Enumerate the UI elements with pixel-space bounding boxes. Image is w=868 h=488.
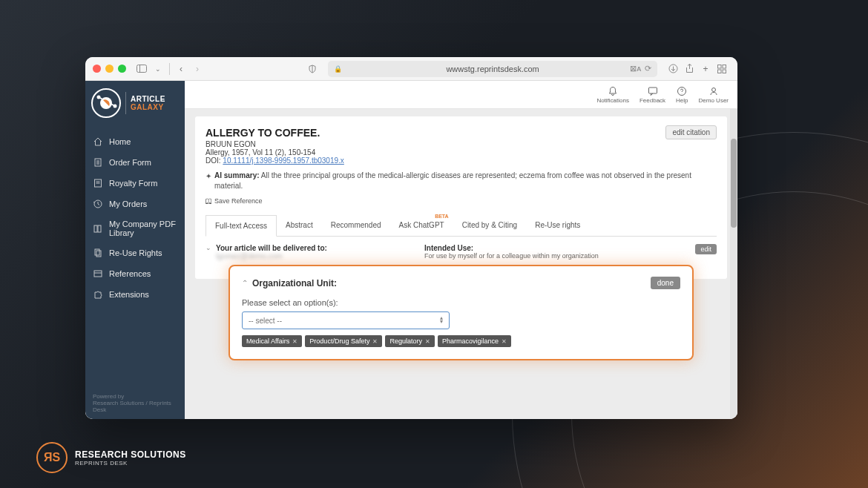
nav-list: HomeOrder FormRoyalty FormMy OrdersMy Co… <box>85 125 185 311</box>
article-card: edit citation ALLERGY TO COFFEE. BRUUN E… <box>195 116 727 279</box>
bookmark-icon: 🕮 <box>206 197 212 205</box>
doi-link[interactable]: 10.1111/j.1398-9995.1957.tb03019.x <box>223 156 343 165</box>
window-close[interactable] <box>93 65 101 73</box>
save-reference-button[interactable]: 🕮 Save Reference <box>206 197 263 205</box>
sidebar: ARTICLE GALAXY HomeOrder FormRoyalty For… <box>85 81 185 419</box>
share-icon[interactable] <box>681 61 697 77</box>
svg-point-27 <box>711 88 715 91</box>
footer-sub: REPRINTS DESK <box>75 460 186 466</box>
clock-icon <box>93 199 103 209</box>
doc-icon <box>93 178 103 188</box>
tag-regulatory: Regulatory✕ <box>385 335 435 347</box>
edit-citation-button[interactable]: edit citation <box>665 125 717 139</box>
org-prompt: Please select an option(s): <box>242 298 680 307</box>
app-logo: ARTICLE GALAXY <box>85 81 185 125</box>
tab-ask-chatgpt[interactable]: Ask ChatGPTBETA <box>390 215 453 236</box>
feedback-button[interactable]: Feedback <box>640 86 665 104</box>
ai-summary: ✦ AI summary: All the three principal gr… <box>206 171 717 191</box>
org-tags: Medical Affairs✕Product/Drug Safety✕Regu… <box>242 335 680 347</box>
window-minimize[interactable] <box>105 65 114 73</box>
download-icon[interactable] <box>665 61 681 77</box>
remove-tag-icon[interactable]: ✕ <box>372 338 378 345</box>
beta-badge: BETA <box>435 214 449 219</box>
org-select[interactable]: -- select -- ▴▾ <box>242 311 450 329</box>
tabs: Full-text AccessAbstractRecommendedAsk C… <box>206 215 717 237</box>
select-placeholder: -- select -- <box>249 317 282 325</box>
help-button[interactable]: Help <box>676 86 688 104</box>
refs-icon <box>93 268 103 279</box>
edit-delivery-button[interactable]: edit <box>695 244 717 254</box>
nav-item-my-orders[interactable]: My Orders <box>85 194 185 214</box>
window-maximize[interactable] <box>118 65 126 73</box>
svg-rect-22 <box>96 251 101 257</box>
remove-tag-icon[interactable]: ✕ <box>292 338 297 345</box>
chevron-up-icon[interactable]: ⌃ <box>242 279 248 287</box>
browser-chrome: ⌄ ‹ › 🔒 wwwstg.reprintsdesk.com ⊠ᴀ ⟳ + <box>85 57 737 81</box>
footer-brand: ЯS RESEARCH SOLUTIONS REPRINTS DESK <box>36 442 186 473</box>
nav-item-extensions[interactable]: Extensions <box>85 284 185 305</box>
article-meta: Allergy, 1957, Vol 11 (2), 150-154 <box>206 148 717 156</box>
tab-full-text-access[interactable]: Full-text Access <box>206 215 277 237</box>
svg-rect-25 <box>648 88 657 93</box>
footer-name: RESEARCH SOLUTIONS <box>75 449 186 460</box>
home-icon <box>93 136 103 147</box>
puzzle-icon <box>93 289 103 300</box>
svg-rect-6 <box>723 70 726 73</box>
tag-product-drug-safety: Product/Drug Safety✕ <box>305 335 382 347</box>
brand-sub: GALAXY <box>131 103 164 111</box>
remove-tag-icon[interactable]: ✕ <box>502 338 507 345</box>
top-bar: Notifications Feedback Help Demo User <box>185 81 737 109</box>
tag-medical-affairs: Medical Affairs✕ <box>242 335 302 347</box>
delivery-email: tgomez@demo.com <box>216 252 424 260</box>
remove-tag-icon[interactable]: ✕ <box>425 338 430 345</box>
library-icon <box>93 223 103 234</box>
nav-item-my-company-pdf-library[interactable]: My Company PDF Library <box>85 214 185 243</box>
tab-re-use-rights[interactable]: Re-Use rights <box>526 215 589 236</box>
chevron-down-icon[interactable]: ⌄ <box>206 244 211 251</box>
copy-icon <box>93 248 103 258</box>
notifications-button[interactable]: Notifications <box>596 86 629 104</box>
nav-item-references[interactable]: References <box>85 263 185 284</box>
translate-icon[interactable]: ⊠ᴀ <box>630 64 642 73</box>
tab-recommended[interactable]: Recommended <box>322 215 390 236</box>
intended-use-label: Intended Use: <box>424 244 695 252</box>
lock-icon: 🔒 <box>334 65 342 73</box>
org-title: Organizational Unit: <box>252 278 651 288</box>
select-arrows-icon: ▴▾ <box>440 317 443 324</box>
ai-icon: ✦ <box>206 171 211 191</box>
back-icon[interactable]: ‹ <box>173 61 189 77</box>
shield-icon[interactable] <box>304 61 320 77</box>
done-button[interactable]: done <box>651 277 680 289</box>
delivery-section: ⌄ Your article will be delivered to: tgo… <box>206 237 717 268</box>
sidebar-toggle-icon[interactable] <box>134 61 150 77</box>
scrollbar[interactable] <box>730 109 737 419</box>
intended-use-text: For use by myself or for a colleague wit… <box>424 252 695 261</box>
svg-rect-20 <box>98 225 101 232</box>
forward-icon[interactable]: › <box>189 61 206 77</box>
svg-rect-0 <box>137 65 147 73</box>
svg-rect-21 <box>95 249 99 255</box>
tab-abstract[interactable]: Abstract <box>277 215 322 236</box>
nav-item-re-use-rights[interactable]: Re-Use Rights <box>85 243 185 263</box>
file-icon <box>93 157 103 168</box>
reload-icon[interactable]: ⟳ <box>645 64 651 73</box>
tabs-icon[interactable] <box>714 61 730 77</box>
new-tab-icon[interactable]: + <box>697 61 714 77</box>
article-doi: DOI: 10.1111/j.1398-9995.1957.tb03019.x <box>206 156 717 165</box>
sidebar-footer: Powered by Research Solutions / Reprints… <box>85 387 185 419</box>
chevron-down-icon[interactable]: ⌄ <box>150 61 166 77</box>
traffic-lights <box>93 65 126 73</box>
nav-item-home[interactable]: Home <box>85 131 185 152</box>
browser-window: ⌄ ‹ › 🔒 wwwstg.reprintsdesk.com ⊠ᴀ ⟳ + <box>85 57 737 419</box>
nav-item-order-form[interactable]: Order Form <box>85 152 185 173</box>
organizational-unit-panel: ⌃ Organizational Unit: done Please selec… <box>228 265 694 360</box>
url-bar[interactable]: 🔒 wwwstg.reprintsdesk.com ⊠ᴀ ⟳ <box>328 61 657 77</box>
article-author: BRUUN EGON <box>206 140 717 148</box>
tab-cited-by-citing[interactable]: Cited by & Citing <box>453 215 526 236</box>
footer-logo-icon: ЯS <box>36 442 68 473</box>
nav-item-royalty-form[interactable]: Royalty Form <box>85 173 185 194</box>
svg-rect-4 <box>723 65 726 68</box>
user-menu[interactable]: Demo User <box>699 86 729 104</box>
url-text: wwwstg.reprintsdesk.com <box>446 65 539 73</box>
svg-rect-5 <box>718 70 722 73</box>
